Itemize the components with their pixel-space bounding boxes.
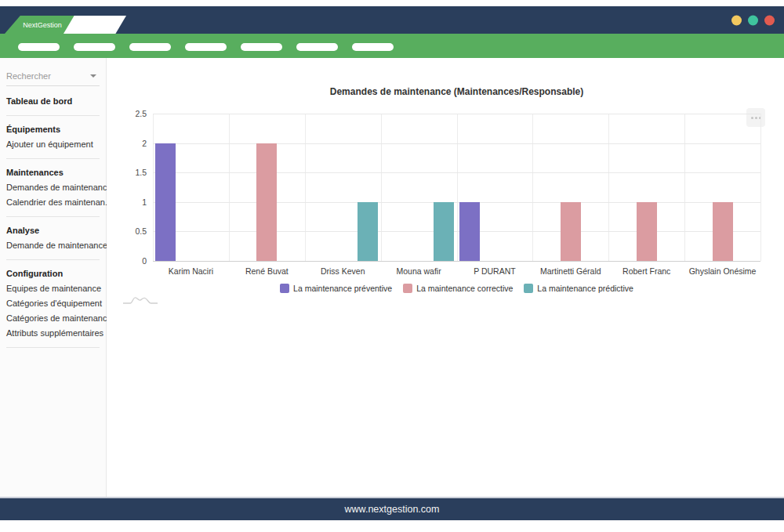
- legend-swatch: [524, 284, 533, 293]
- sidebar-section-header[interactable]: Analyse: [6, 223, 100, 238]
- legend-label: La maintenance corrective: [416, 284, 513, 293]
- sidebar-item[interactable]: Ajouter un équipement: [6, 137, 100, 152]
- legend-swatch: [280, 284, 289, 293]
- bar[interactable]: [561, 202, 581, 261]
- bar[interactable]: [434, 202, 454, 261]
- x-axis-label: Karim Naciri: [153, 266, 229, 276]
- bar[interactable]: [358, 202, 378, 261]
- legend-label: La maintenance préventive: [293, 284, 392, 293]
- sidebar-item[interactable]: Catégories d'équipement: [6, 296, 100, 311]
- sidebar-menu: Tableau de bordÉquipementsAjouter un équ…: [6, 93, 100, 348]
- window-dot-red[interactable]: [764, 15, 775, 25]
- sidebar-item[interactable]: Calendrier des maintenan...: [6, 195, 100, 210]
- sidebar-divider: [6, 158, 100, 159]
- x-axis-label: Ghyslain Onésime: [684, 266, 760, 276]
- gridline-horizontal: [153, 172, 760, 173]
- window-dot-green[interactable]: [748, 15, 758, 25]
- footer-bar: www.nextgestion.com: [0, 497, 784, 520]
- sidebar: Rechercher Tableau de bordÉquipementsAjo…: [0, 58, 107, 497]
- gridline-vertical: [457, 114, 458, 261]
- brand-name: NextGestion: [18, 21, 62, 29]
- brand-tab[interactable]: NextGestion: [5, 16, 75, 34]
- gridline-vertical: [229, 114, 230, 261]
- nav-pill[interactable]: [129, 43, 171, 51]
- bar[interactable]: [256, 143, 277, 261]
- legend-label: La maintenance prédictive: [537, 284, 633, 293]
- bar[interactable]: [713, 202, 733, 261]
- y-tick-label: 1: [107, 197, 147, 207]
- sidebar-section-header[interactable]: Équipements: [6, 121, 100, 137]
- legend-item[interactable]: La maintenance prédictive: [524, 284, 633, 293]
- plot-area: [153, 114, 760, 261]
- chart-legend: La maintenance préventiveLa maintenance …: [153, 284, 760, 293]
- sidebar-section-header[interactable]: Maintenances: [6, 165, 100, 180]
- x-axis-label: P DURANT: [457, 266, 533, 276]
- window-dot-yellow[interactable]: [731, 15, 742, 25]
- bar[interactable]: [637, 202, 657, 261]
- app-window: NextGestion Rechercher Tableau de bordÉq…: [0, 0, 784, 532]
- chevron-down-icon: [90, 74, 96, 78]
- bar[interactable]: [459, 202, 480, 261]
- x-axis-label: Martinetti Gérald: [532, 266, 608, 276]
- gridline-vertical: [684, 114, 685, 261]
- sidebar-divider: [6, 115, 100, 116]
- sidebar-divider: [6, 347, 100, 348]
- footer-url: www.nextgestion.com: [345, 504, 440, 515]
- window-titlebar: NextGestion: [0, 6, 784, 34]
- sidebar-divider: [6, 216, 100, 217]
- y-tick-label: 2: [107, 139, 147, 148]
- sidebar-item[interactable]: Catégories de maintenance: [6, 311, 100, 326]
- nav-pill[interactable]: [352, 43, 394, 51]
- gridline-vertical: [153, 114, 154, 261]
- sparkline-icon: [122, 291, 158, 306]
- x-axis-label: Robert Franc: [608, 266, 684, 276]
- search-select[interactable]: Rechercher: [6, 66, 100, 86]
- gridline-vertical: [381, 114, 382, 261]
- x-axis-label: Driss Keven: [305, 266, 381, 276]
- nav-pill[interactable]: [296, 43, 338, 51]
- y-tick-label: 1.5: [107, 168, 147, 177]
- gridline-horizontal: [153, 261, 760, 262]
- gridline-vertical: [532, 114, 533, 261]
- legend-swatch: [403, 284, 412, 293]
- sidebar-item[interactable]: Demande de maintenance: [6, 238, 100, 253]
- gridline-horizontal: [153, 114, 760, 114]
- chart-title: Demandes de maintenance (Maintenances/Re…: [153, 86, 760, 97]
- search-placeholder: Rechercher: [6, 71, 51, 81]
- gridline-vertical: [305, 114, 306, 261]
- nav-pill[interactable]: [185, 43, 227, 51]
- x-axis-label: Mouna wafir: [381, 266, 457, 276]
- sidebar-item[interactable]: Attributs supplémentaires: [6, 326, 100, 341]
- nav-pill[interactable]: [241, 43, 282, 51]
- active-tab-shape[interactable]: [64, 16, 126, 34]
- y-tick-label: 0: [107, 256, 147, 266]
- gridline-horizontal: [153, 231, 760, 232]
- y-tick-label: 0.5: [107, 226, 147, 236]
- sidebar-item[interactable]: Demandes de maintenance: [6, 180, 100, 195]
- sidebar-item[interactable]: Equipes de maintenance: [6, 281, 100, 296]
- sidebar-section-header[interactable]: Configuration: [6, 266, 100, 281]
- nav-pill[interactable]: [18, 43, 60, 51]
- y-tick-label: 2.5: [107, 109, 147, 118]
- gridline-horizontal: [153, 143, 760, 144]
- nav-pill[interactable]: [74, 43, 115, 51]
- bar[interactable]: [155, 143, 176, 261]
- x-axis-label: René Buvat: [229, 266, 305, 276]
- chart-panel: Demandes de maintenance (Maintenances/Re…: [107, 58, 784, 497]
- main-nav: [0, 34, 784, 58]
- legend-item[interactable]: La maintenance corrective: [403, 284, 513, 293]
- gridline-vertical: [608, 114, 609, 261]
- gridline-horizontal: [153, 202, 760, 203]
- window-controls: [731, 15, 775, 25]
- sidebar-divider: [6, 259, 100, 260]
- sidebar-section-header[interactable]: Tableau de bord: [6, 93, 100, 109]
- legend-item[interactable]: La maintenance préventive: [280, 284, 392, 293]
- gridline-vertical: [760, 114, 761, 261]
